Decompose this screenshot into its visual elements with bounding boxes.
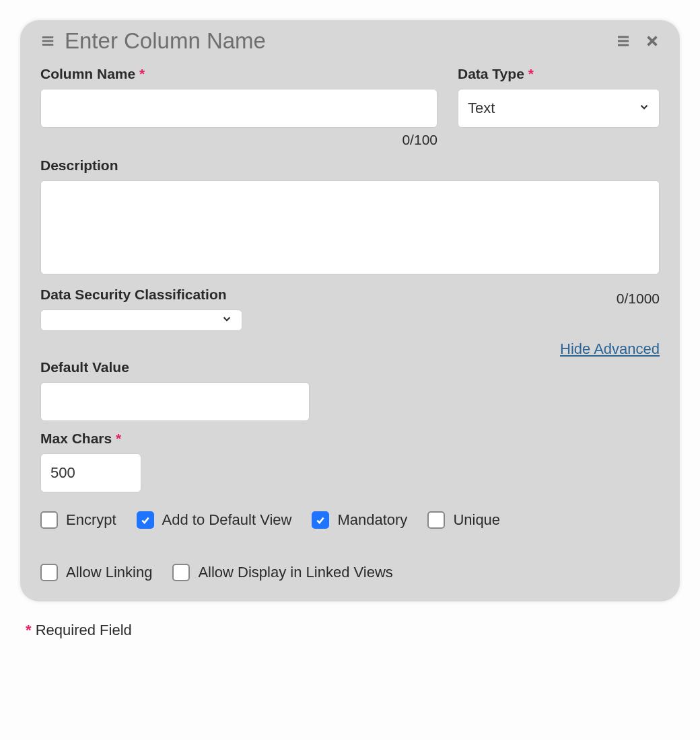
panel-title: Enter Column Name (65, 28, 266, 54)
allow-linking-checkbox[interactable]: Allow Linking (40, 564, 152, 581)
data-type-select[interactable]: Text (458, 89, 660, 128)
hide-advanced-link[interactable]: Hide Advanced (560, 340, 660, 357)
description-input[interactable] (40, 180, 660, 274)
column-editor-panel: Enter Column Name Column Name * (20, 20, 680, 601)
max-chars-input[interactable] (40, 453, 141, 492)
description-label: Description (40, 157, 660, 174)
description-counter: 0/1000 (617, 291, 660, 307)
add-default-view-checkbox[interactable]: Add to Default View (137, 511, 292, 529)
dsc-label: Data Security Classification (40, 287, 242, 303)
data-type-label: Data Type * (458, 66, 660, 82)
column-name-input[interactable] (40, 89, 438, 128)
column-name-label: Column Name * (40, 66, 438, 82)
menu-icon[interactable] (615, 33, 631, 49)
max-chars-label: Max Chars * (40, 431, 660, 447)
default-value-input[interactable] (40, 382, 310, 421)
required-field-note: * Required Field (20, 622, 680, 639)
allow-display-linked-checkbox[interactable]: Allow Display in Linked Views (172, 564, 392, 581)
encrypt-checkbox[interactable]: Encrypt (40, 511, 116, 529)
column-name-counter: 0/100 (40, 132, 438, 148)
default-value-label: Default Value (40, 359, 310, 375)
unique-checkbox[interactable]: Unique (427, 511, 500, 529)
close-icon[interactable] (645, 34, 660, 48)
dsc-select[interactable] (40, 309, 242, 331)
drag-handle-icon[interactable] (40, 34, 55, 48)
mandatory-checkbox[interactable]: Mandatory (312, 511, 407, 529)
